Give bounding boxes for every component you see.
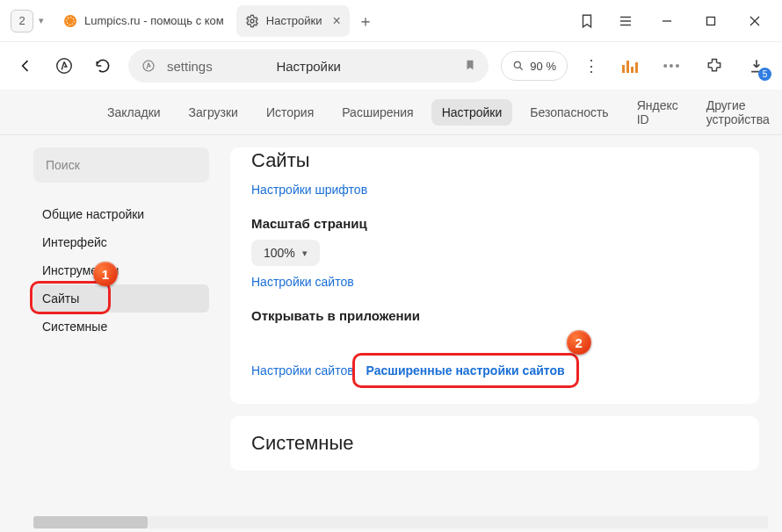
kebab-menu-icon[interactable]: ⋮ [580,56,603,75]
tab-title: Lumpics.ru - помощь с ком [84,14,224,27]
tab-count-badge[interactable]: 2 [11,10,33,32]
scrollbar-thumb[interactable] [33,516,148,528]
window-minimize[interactable] [647,4,687,39]
section-title-sites: Сайты [251,149,738,172]
window-close[interactable] [735,4,775,39]
chevron-down-icon: ▾ [302,248,308,259]
more-dots-icon[interactable]: ••• [657,51,687,81]
navtab-bookmarks[interactable]: Закладки [97,99,171,126]
annotation-badge-2: 2 [567,330,591,355]
zoom-indicator[interactable]: 90 % [501,51,568,81]
settings-content: Поиск Общие настройки Интерфейс Инструме… [0,135,782,532]
card-sites: Сайты Настройки шрифтов Масштаб страниц … [230,147,759,404]
search-input[interactable]: Поиск [33,147,209,183]
new-tab-button[interactable]: ＋ [353,9,378,33]
downloads-button[interactable]: 5 [742,51,771,81]
sidebar-item-system[interactable]: Системные [33,313,209,341]
back-button[interactable] [12,53,39,79]
window-titlebar: 2 ▾ Lumpics.ru - помощь с ком Настройки … [0,0,782,42]
link-site-settings-2[interactable]: Настройки сайтов [251,363,354,377]
sidebar-item-sites[interactable]: Сайты [33,284,209,313]
omnibox-title: Настройки [276,59,341,74]
sidebar-item-interface[interactable]: Интерфейс [33,228,209,256]
navtab-downloads[interactable]: Загрузки [178,99,249,126]
settings-nav-tabs: Закладки Загрузки История Расширения Нас… [0,90,782,135]
section-title-system: Системные [251,432,738,455]
favicon-orange-icon [63,14,77,28]
sidebar-item-general[interactable]: Общие настройки [33,200,209,228]
close-icon[interactable]: × [333,13,341,29]
menu-icon[interactable] [608,4,643,39]
svg-point-0 [64,15,76,27]
scale-value: 100% [264,246,295,260]
window-maximize[interactable] [691,4,731,39]
browser-toolbar: settings Настройки 90 % ⋮ ••• 5 [0,42,782,90]
svg-point-5 [57,59,72,74]
link-font-settings[interactable]: Настройки шрифтов [251,183,367,197]
shield-icon [141,59,156,73]
reload-button[interactable] [90,53,116,79]
navtab-security[interactable]: Безопасность [519,99,619,126]
svg-rect-4 [707,17,715,25]
navtab-settings[interactable]: Настройки [431,99,513,126]
address-bar[interactable]: settings Настройки [128,49,489,83]
extensions-icon[interactable] [699,51,729,81]
settings-main: Сайты Настройки шрифтов Масштаб страниц … [230,147,764,532]
card-system: Системные [230,416,759,471]
zoom-value: 90 % [530,60,556,73]
tab-lumpics[interactable]: Lumpics.ru - помощь с ком [54,5,233,37]
navtab-yandex-id[interactable]: Яндекс ID [626,92,689,133]
heading-open-in-app: Открывать в приложении [251,308,738,323]
chevron-down-icon[interactable]: ▾ [39,15,44,26]
settings-sidebar: Поиск Общие настройки Интерфейс Инструме… [33,147,209,532]
navtab-extensions[interactable]: Расширения [331,99,424,126]
tab-title: Настройки [266,14,322,27]
horizontal-scrollbar[interactable] [33,516,768,528]
gear-icon [245,14,259,28]
svg-point-2 [250,19,254,23]
link-advanced-site-settings[interactable]: Расширенные настройки сайтов [366,363,565,377]
heading-page-scale: Масштаб страниц [251,216,738,231]
scale-select[interactable]: 100% ▾ [251,240,320,266]
svg-point-7 [515,61,521,68]
sidebar-item-tools[interactable]: Инструменты [33,256,209,284]
address-text: settings [167,59,213,74]
navtab-other-devices[interactable]: Другие устройства [696,92,782,133]
bookmark-icon[interactable] [464,59,476,74]
svg-point-6 [143,61,154,71]
yandex-home-icon[interactable] [51,53,77,79]
tab-settings[interactable]: Настройки × [236,5,350,37]
download-count-badge: 5 [758,68,771,81]
bookmark-ribbon-icon[interactable] [569,4,605,39]
link-site-settings-1[interactable]: Настройки сайтов [251,275,354,289]
search-placeholder: Поиск [46,158,80,172]
music-eq-icon[interactable] [615,51,645,81]
navtab-history[interactable]: История [256,99,324,126]
